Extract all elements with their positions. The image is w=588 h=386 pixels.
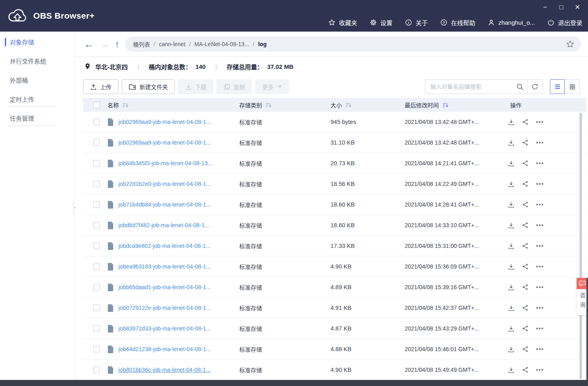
object-name-link[interactable]: job801bb36c-job-ma-lenet-04-08-1... <box>118 367 210 373</box>
row-more-actions-icon[interactable] <box>536 120 545 124</box>
download-button[interactable]: 下载 <box>178 79 213 94</box>
minimize-button[interactable]: − <box>541 2 549 12</box>
breadcrumb-bucket-list[interactable]: 桶列表 <box>133 40 150 48</box>
row-more-actions-icon[interactable] <box>536 161 545 165</box>
sort-icon[interactable] <box>122 102 129 108</box>
row-download-icon[interactable] <box>508 367 515 373</box>
row-more-actions-icon[interactable] <box>536 203 545 207</box>
row-checkbox[interactable] <box>93 243 100 249</box>
upload-button[interactable]: 上传 <box>83 79 118 94</box>
row-checkbox[interactable] <box>93 181 100 187</box>
row-download-icon[interactable] <box>508 139 515 146</box>
breadcrumb-folder[interactable]: MA-LeNet-04-08-13... <box>194 41 249 47</box>
settings-menu[interactable]: 设置 <box>369 18 393 27</box>
row-download-icon[interactable] <box>508 346 515 353</box>
row-share-icon[interactable] <box>522 263 528 270</box>
row-share-icon[interactable] <box>522 243 528 249</box>
row-download-icon[interactable] <box>508 160 515 167</box>
logout-menu[interactable]: 退出登录 <box>547 18 582 27</box>
object-name-link[interactable]: jobb65daad1-job-ma-lenet-04-08-1... <box>118 284 211 290</box>
row-more-actions-icon[interactable] <box>536 264 545 269</box>
favorites-menu[interactable]: 收藏夹 <box>328 18 357 27</box>
object-name-link[interactable]: job83972d33-job-ma-lenet-04-08-1... <box>118 325 211 332</box>
search-input[interactable] <box>430 83 516 90</box>
object-name-link[interactable]: job71b4db84-job-ma-lenet-04-08-1... <box>118 201 211 208</box>
close-button[interactable]: ✕ <box>573 2 582 12</box>
object-name-link[interactable]: job84b345f3-job-ma-lenet-04-08-13... <box>118 160 212 166</box>
user-account-menu[interactable]: zhanghui_o... <box>487 19 535 26</box>
breadcrumb-bucket-name[interactable]: cann-lenet <box>159 41 185 47</box>
object-name-link[interactable]: job02969aa9-job-ma-lenet-04-08-1... <box>118 139 211 146</box>
grid-view-button[interactable] <box>565 79 580 94</box>
row-share-icon[interactable] <box>522 305 528 311</box>
row-checkbox[interactable] <box>93 119 100 125</box>
row-more-actions-icon[interactable] <box>536 368 545 372</box>
sort-icon[interactable] <box>266 102 272 108</box>
object-name-link[interactable]: job02969aa9-job-ma-lenet-04-08-1... <box>118 119 211 125</box>
maximize-button[interactable]: □ <box>557 2 565 12</box>
row-checkbox[interactable] <box>93 139 100 146</box>
object-name-link[interactable]: job64d21238-job-ma-lenet-04-08-1... <box>118 346 211 352</box>
row-share-icon[interactable] <box>522 325 528 332</box>
row-checkbox[interactable] <box>93 222 100 228</box>
row-checkbox[interactable] <box>93 346 100 352</box>
online-help-menu[interactable]: ? 在线帮助 <box>440 18 475 27</box>
page-scrollbar[interactable] <box>586 278 588 380</box>
row-more-actions-icon[interactable] <box>536 223 545 227</box>
sidebar-item-object-storage[interactable]: 对象存储 <box>0 32 75 51</box>
row-share-icon[interactable] <box>522 181 528 187</box>
row-share-icon[interactable] <box>522 139 528 146</box>
object-name-link[interactable]: jobea9b3183-job-ma-lenet-04-08-1... <box>118 263 211 270</box>
row-download-icon[interactable] <box>508 243 515 250</box>
row-more-actions-icon[interactable] <box>536 306 545 310</box>
object-name-link[interactable]: jobdca9e802-job-ma-lenet-04-08-1... <box>118 243 210 249</box>
more-button[interactable]: 更多 <box>255 79 289 94</box>
row-more-actions-icon[interactable] <box>536 141 545 145</box>
forward-button[interactable]: → <box>99 39 109 49</box>
sort-icon-active[interactable] <box>442 102 449 108</box>
up-level-button[interactable]: ↑ <box>115 39 120 49</box>
row-more-actions-icon[interactable] <box>536 285 545 289</box>
row-share-icon[interactable] <box>522 284 528 290</box>
row-download-icon[interactable] <box>508 305 515 311</box>
row-more-actions-icon[interactable] <box>536 347 545 351</box>
row-more-actions-icon[interactable] <box>536 244 545 248</box>
row-download-icon[interactable] <box>508 201 515 208</box>
object-name-link[interactable]: job22d1b2e0-job-ma-lenet-04-08-1... <box>118 181 211 187</box>
back-button[interactable]: ← <box>84 39 94 49</box>
row-download-icon[interactable] <box>508 119 515 126</box>
row-checkbox[interactable] <box>93 284 100 290</box>
object-name-link[interactable]: jobd6d7f482-job-ma-lenet-04-08-1... <box>118 222 209 228</box>
row-share-icon[interactable] <box>522 119 528 125</box>
sidebar-item-external-bucket[interactable]: 外部桶 <box>0 70 75 90</box>
row-more-actions-icon[interactable] <box>536 182 545 186</box>
row-download-icon[interactable] <box>508 284 515 291</box>
sidebar-item-parallel-file-system[interactable]: 并行文件系统 <box>0 51 75 70</box>
row-checkbox[interactable] <box>93 367 100 373</box>
row-download-icon[interactable] <box>508 222 515 229</box>
row-checkbox[interactable] <box>93 325 100 332</box>
object-name-link[interactable]: job0729122e-job-ma-lenet-04-08-1... <box>118 305 211 311</box>
row-checkbox[interactable] <box>93 263 100 270</box>
row-download-icon[interactable] <box>508 181 515 188</box>
sidebar-item-scheduled-upload[interactable]: 定时上传 <box>0 90 75 109</box>
favorite-path-button[interactable] <box>566 40 575 49</box>
new-folder-button[interactable]: 新建文件夹 <box>122 79 175 94</box>
row-checkbox[interactable] <box>93 305 100 311</box>
sort-icon[interactable] <box>346 102 352 108</box>
list-view-button[interactable] <box>550 79 565 94</box>
row-more-actions-icon[interactable] <box>536 326 545 331</box>
row-share-icon[interactable] <box>522 201 528 208</box>
select-all-checkbox[interactable] <box>93 102 100 108</box>
row-share-icon[interactable] <box>522 222 528 228</box>
refresh-button[interactable] <box>527 79 543 94</box>
table-scrollbar[interactable] <box>579 113 582 379</box>
row-download-icon[interactable] <box>508 325 515 332</box>
row-share-icon[interactable] <box>522 160 528 166</box>
row-checkbox[interactable] <box>93 201 100 208</box>
row-share-icon[interactable] <box>522 367 528 373</box>
sidebar-item-task-management[interactable]: 任务管理 <box>0 109 75 128</box>
copy-button[interactable]: 复制 <box>217 79 252 94</box>
search-icon[interactable] <box>516 83 524 91</box>
row-share-icon[interactable] <box>522 346 528 352</box>
